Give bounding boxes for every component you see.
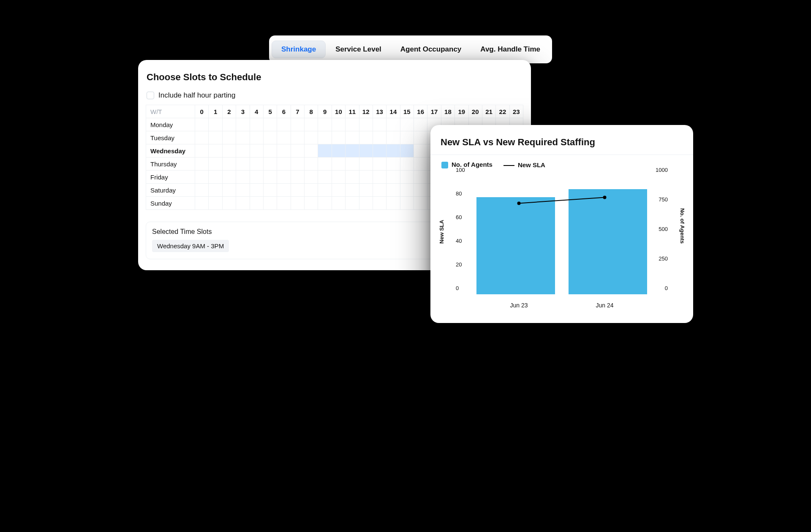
slot-cell[interactable] — [332, 131, 345, 144]
slot-cell[interactable] — [332, 157, 345, 171]
slot-cell[interactable] — [386, 171, 400, 184]
slot-cell[interactable] — [250, 118, 263, 131]
slot-cell[interactable] — [305, 184, 318, 197]
slot-cell[interactable] — [332, 184, 345, 197]
slot-cell[interactable] — [346, 184, 359, 197]
slot-cell[interactable] — [250, 157, 263, 171]
slot-cell[interactable] — [414, 131, 427, 144]
slot-cell[interactable] — [291, 184, 304, 197]
slot-cell[interactable] — [332, 171, 345, 184]
slot-cell[interactable] — [277, 171, 291, 184]
slot-cell[interactable] — [305, 171, 318, 184]
slot-cell[interactable] — [209, 144, 222, 157]
slot-cell[interactable] — [236, 131, 250, 144]
slot-cell[interactable] — [332, 144, 345, 157]
slot-cell[interactable] — [359, 171, 373, 184]
slot-cell[interactable] — [346, 171, 359, 184]
slot-cell[interactable] — [222, 131, 236, 144]
slot-cell[interactable] — [263, 118, 277, 131]
slot-cell[interactable] — [222, 118, 236, 131]
slot-cell[interactable] — [209, 184, 222, 197]
slot-cell[interactable] — [236, 184, 250, 197]
slot-cell[interactable] — [373, 171, 386, 184]
slot-cell[interactable] — [386, 184, 400, 197]
slot-cell[interactable] — [305, 157, 318, 171]
slot-cell[interactable] — [305, 118, 318, 131]
slot-cell[interactable] — [277, 184, 291, 197]
slot-cell[interactable] — [195, 157, 209, 171]
slot-cell[interactable] — [263, 197, 277, 210]
slot-cell[interactable] — [346, 157, 359, 171]
slot-cell[interactable] — [209, 171, 222, 184]
slot-cell[interactable] — [414, 197, 427, 210]
slot-cell[interactable] — [222, 184, 236, 197]
slot-cell[interactable] — [209, 131, 222, 144]
slot-cell[interactable] — [386, 144, 400, 157]
slot-cell[interactable] — [359, 157, 373, 171]
slot-cell[interactable] — [291, 144, 304, 157]
slot-cell[interactable] — [318, 118, 332, 131]
slot-cell[interactable] — [386, 131, 400, 144]
slot-cell[interactable] — [414, 118, 427, 131]
slot-cell[interactable] — [277, 144, 291, 157]
slot-cell[interactable] — [332, 118, 345, 131]
slot-cell[interactable] — [250, 144, 263, 157]
slot-cell[interactable] — [195, 184, 209, 197]
slot-cell[interactable] — [359, 118, 373, 131]
slot-cell[interactable] — [263, 144, 277, 157]
slot-cell[interactable] — [195, 144, 209, 157]
slot-cell[interactable] — [222, 144, 236, 157]
slot-cell[interactable] — [291, 157, 304, 171]
slot-cell[interactable] — [195, 131, 209, 144]
slot-cell[interactable] — [277, 118, 291, 131]
slot-cell[interactable] — [222, 197, 236, 210]
slot-cell[interactable] — [386, 157, 400, 171]
tab-agent-occupancy[interactable]: Agent Occupancy — [391, 41, 471, 58]
slot-cell[interactable] — [263, 171, 277, 184]
slot-cell[interactable] — [277, 131, 291, 144]
slot-cell[interactable] — [400, 144, 414, 157]
slot-cell[interactable] — [400, 118, 414, 131]
slot-cell[interactable] — [209, 157, 222, 171]
slot-cell[interactable] — [291, 197, 304, 210]
slot-cell[interactable] — [236, 171, 250, 184]
slot-cell[interactable] — [305, 131, 318, 144]
slot-cell[interactable] — [318, 184, 332, 197]
slot-cell[interactable] — [291, 131, 304, 144]
slot-cell[interactable] — [346, 118, 359, 131]
slot-cell[interactable] — [209, 197, 222, 210]
slot-cell[interactable] — [195, 171, 209, 184]
slot-cell[interactable] — [222, 157, 236, 171]
half-hour-checkbox[interactable] — [147, 92, 154, 99]
tab-service-level[interactable]: Service Level — [326, 41, 391, 58]
slot-cell[interactable] — [386, 197, 400, 210]
slot-cell[interactable] — [318, 171, 332, 184]
slot-cell[interactable] — [305, 197, 318, 210]
slot-cell[interactable] — [359, 184, 373, 197]
slot-cell[interactable] — [346, 197, 359, 210]
slot-cell[interactable] — [400, 171, 414, 184]
slot-cell[interactable] — [263, 157, 277, 171]
slot-cell[interactable] — [250, 131, 263, 144]
tab-avg-handle-time[interactable]: Avg. Handle Time — [471, 41, 550, 58]
slot-cell[interactable] — [250, 184, 263, 197]
slot-cell[interactable] — [400, 197, 414, 210]
slot-cell[interactable] — [318, 197, 332, 210]
slot-cell[interactable] — [318, 131, 332, 144]
slot-cell[interactable] — [373, 131, 386, 144]
slot-cell[interactable] — [400, 184, 414, 197]
slot-cell[interactable] — [373, 157, 386, 171]
slot-cell[interactable] — [291, 171, 304, 184]
slot-cell[interactable] — [414, 171, 427, 184]
slot-cell[interactable] — [414, 184, 427, 197]
slot-cell[interactable] — [332, 197, 345, 210]
slot-cell[interactable] — [236, 157, 250, 171]
slot-cell[interactable] — [346, 144, 359, 157]
slot-cell[interactable] — [195, 197, 209, 210]
slot-cell[interactable] — [277, 197, 291, 210]
slot-cell[interactable] — [277, 157, 291, 171]
slot-cell[interactable] — [318, 144, 332, 157]
slot-cell[interactable] — [373, 184, 386, 197]
slot-cell[interactable] — [386, 118, 400, 131]
slot-cell[interactable] — [195, 118, 209, 131]
